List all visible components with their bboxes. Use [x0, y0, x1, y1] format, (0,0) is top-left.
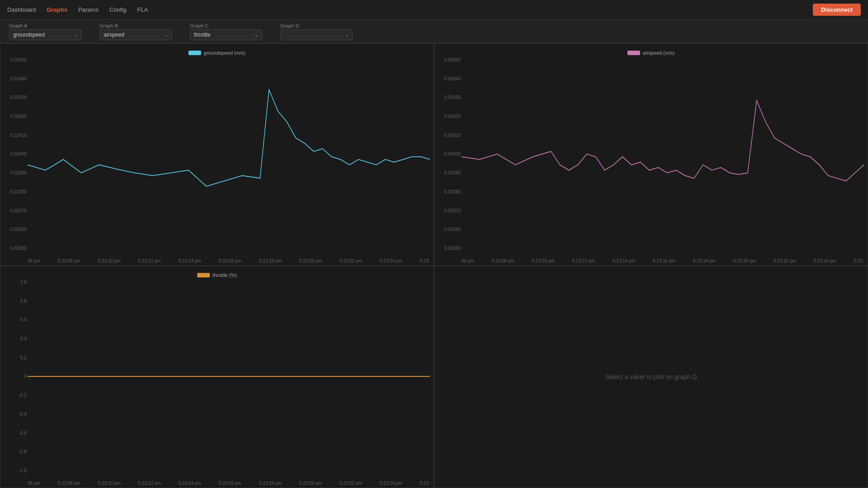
x-label: 5:23:22 pm — [774, 258, 796, 263]
nav-config[interactable]: Config — [109, 6, 127, 13]
x-label: 5:23: — [420, 258, 430, 263]
x-label: 5:23: — [420, 481, 430, 486]
y-label: 0.02450 — [10, 57, 27, 62]
x-label: 5:23:08 pm — [492, 258, 514, 263]
chart-c-legend-color — [197, 273, 210, 277]
graph-c-selector: Graph C groundspeed airspeed throttle al… — [190, 23, 262, 40]
chart-c-x-axis: 06 pm5:23:08 pm5:23:10 pm5:23:12 pm5:23:… — [28, 481, 430, 486]
chart-b-y-axis: 0.024500.024400.024300.024200.024100.024… — [437, 57, 461, 251]
y-label: 0.02450 — [444, 57, 461, 62]
y-label: 0.02430 — [444, 95, 461, 100]
x-label: 5:23:22 pm — [340, 481, 362, 486]
x-label: 5:23:24 pm — [380, 258, 402, 263]
x-label: 5:23:10 pm — [532, 258, 555, 263]
y-label: 0.4 — [20, 336, 27, 341]
y-label: 0.02360 — [444, 227, 461, 232]
graph-panel-b: airspeed (m/s) 0.024500.024400.024300.02… — [434, 43, 868, 266]
x-label: 5:23:08 pm — [58, 258, 80, 263]
x-label: 5:23:16 pm — [653, 258, 675, 263]
chart-b-container: airspeed (m/s) 0.024500.024400.024300.02… — [434, 44, 868, 265]
graph-a-label: Graph A — [9, 23, 81, 28]
nav-graphs[interactable]: Graphs — [47, 6, 68, 13]
y-label: -1.0 — [19, 468, 27, 473]
y-label: 0.02430 — [10, 95, 27, 100]
x-label: 5:23:20 pm — [733, 258, 756, 263]
chart-c-y-axis: 1.00.80.60.40.20-0.2-0.4-0.6-0.8-1.0 — [3, 280, 27, 473]
y-label: 0 — [24, 374, 27, 379]
graph-b-select[interactable]: groundspeed airspeed throttle altitude — [99, 29, 172, 40]
y-label: -0.4 — [19, 412, 27, 417]
y-label: -0.6 — [19, 431, 27, 436]
graph-panel-a: groundspeed (m/s) 0.024500.024400.024300… — [0, 43, 434, 266]
navbar: Dashboard Graphs Params Config FLA Disco… — [0, 0, 868, 20]
nav-dashboard[interactable]: Dashboard — [7, 6, 36, 13]
x-label: 5:23:22 pm — [340, 258, 362, 263]
x-label: 5:23:18 pm — [693, 258, 716, 263]
chart-b-x-axis: 06 pm5:23:08 pm5:23:10 pm5:23:12 pm5:23:… — [462, 258, 864, 263]
chart-b-svg — [462, 57, 864, 251]
x-label: 06 pm — [28, 481, 40, 486]
x-label: 5:23:16 pm — [219, 258, 241, 263]
y-label: 0.02410 — [444, 133, 461, 138]
chart-c-legend: throttle (%) — [197, 272, 237, 278]
x-label: 5:23:10 pm — [98, 481, 121, 486]
nav-params[interactable]: Params — [78, 6, 99, 13]
graph-selector-bar: Graph A groundspeed airspeed throttle al… — [0, 20, 868, 43]
x-label: 5:23:12 pm — [572, 258, 595, 263]
graph-c-select[interactable]: groundspeed airspeed throttle altitude — [190, 29, 262, 40]
y-label: 0.02390 — [10, 170, 27, 175]
y-label: -0.2 — [19, 393, 27, 398]
x-label: 5:23:18 pm — [259, 481, 282, 486]
chart-a-legend-color — [189, 51, 201, 55]
x-label: 5:23:12 pm — [138, 258, 161, 263]
x-label: 06 pm — [462, 258, 474, 263]
x-label: 5:23:12 pm — [138, 481, 161, 486]
disconnect-button[interactable]: Disconnect — [813, 4, 861, 16]
y-label: 0.02400 — [10, 151, 27, 156]
graph-d-label: Graph D — [280, 23, 353, 28]
graph-panel-c: throttle (%) 1.00.80.60.40.20-0.2-0.4-0.… — [0, 266, 434, 488]
y-label: 0.02370 — [10, 208, 27, 213]
chart-c-legend-label: throttle (%) — [212, 272, 237, 278]
graph-d-select[interactable]: groundspeed airspeed throttle altitude — [280, 29, 353, 40]
chart-c-svg — [28, 280, 430, 473]
graph-a-selector: Graph A groundspeed airspeed throttle al… — [9, 23, 81, 40]
x-label: 5:23:10 pm — [98, 258, 121, 263]
y-label: 0.2 — [20, 355, 27, 360]
x-label: 5:23:14 pm — [179, 258, 201, 263]
x-label: 5:23:16 pm — [219, 481, 241, 486]
chart-a-x-axis: 06 pm5:23:08 pm5:23:10 pm5:23:12 pm5:23:… — [28, 258, 430, 263]
y-label: 0.6 — [20, 317, 27, 322]
chart-a-legend-label: groundspeed (m/s) — [204, 50, 245, 56]
y-label: 0.02440 — [10, 76, 27, 81]
y-label: 1.0 — [20, 280, 27, 285]
x-label: 5:23:14 pm — [179, 481, 201, 486]
y-label: 0.02380 — [444, 189, 461, 194]
x-label: 5:23:20 pm — [299, 481, 322, 486]
x-label: 06 pm — [28, 258, 40, 263]
graph-panel-d: Select a value to plot on graph D — [434, 266, 868, 488]
chart-a-y-axis: 0.024500.024400.024300.024200.024100.024… — [3, 57, 27, 251]
y-label: 0.02400 — [444, 151, 461, 156]
chart-b-legend-color — [627, 51, 640, 55]
y-label: 0.02440 — [444, 76, 461, 81]
y-label: 0.02410 — [10, 133, 27, 138]
chart-a-svg — [28, 57, 430, 251]
x-label: 5:23:14 pm — [613, 258, 635, 263]
chart-c-container: throttle (%) 1.00.80.60.40.20-0.2-0.4-0.… — [0, 266, 434, 488]
y-label: 0.02350 — [444, 246, 461, 251]
nav-fla[interactable]: FLA — [137, 6, 148, 13]
graph-d-empty-text: Select a value to plot on graph D — [605, 373, 697, 380]
x-label: 5:23:20 pm — [299, 258, 322, 263]
y-label: 0.02350 — [10, 246, 27, 251]
y-label: -0.8 — [19, 449, 27, 454]
y-label: 0.02370 — [444, 208, 461, 213]
graph-a-select[interactable]: groundspeed airspeed throttle altitude — [9, 29, 81, 40]
graph-c-label: Graph C — [190, 23, 262, 28]
y-label: 0.02390 — [444, 170, 461, 175]
y-label: 0.02380 — [10, 189, 27, 194]
y-label: 0.02420 — [10, 114, 27, 119]
graph-b-selector: Graph B groundspeed airspeed throttle al… — [99, 23, 172, 40]
y-label: 0.8 — [20, 299, 27, 304]
x-label: 5:23:24 pm — [814, 258, 836, 263]
